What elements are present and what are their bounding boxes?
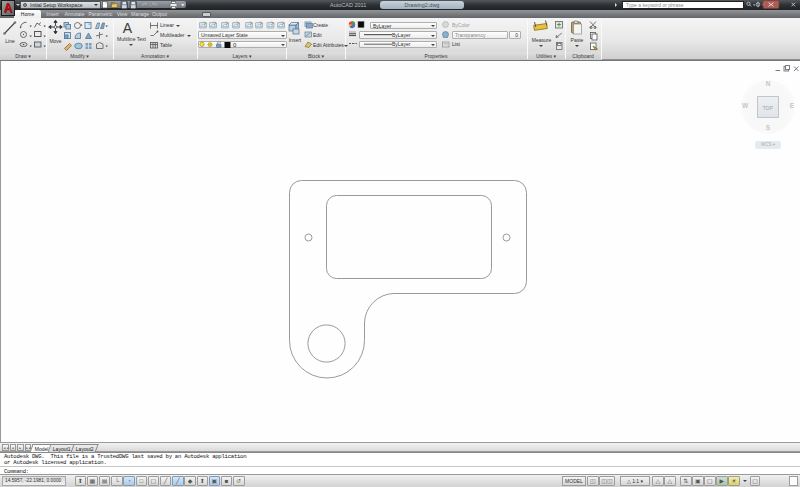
- svg-text:0: 0: [233, 42, 237, 48]
- svg-text:A: A: [123, 20, 133, 36]
